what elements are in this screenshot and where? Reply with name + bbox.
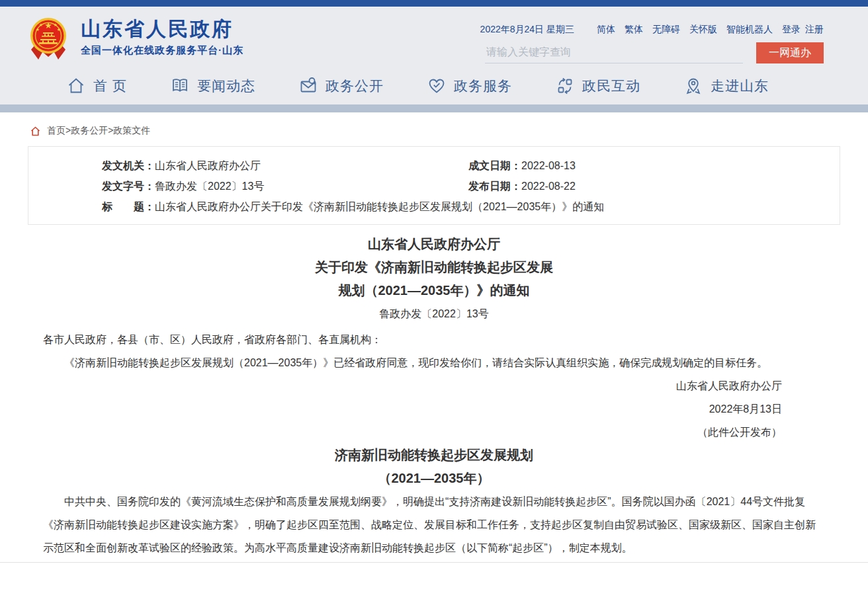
link-care-version[interactable]: 关怀版 bbox=[689, 24, 717, 36]
meta-value: 鲁政办发〔2022〕13号 bbox=[155, 176, 264, 196]
breadcrumb-path[interactable]: 首页>政务公开>政策文件 bbox=[47, 125, 150, 137]
page-bottom-divider bbox=[0, 562, 868, 566]
site-title: 山东省人民政府 bbox=[81, 19, 243, 40]
meta-value: 2022-08-13 bbox=[521, 155, 576, 176]
breadcrumb-home-icon bbox=[30, 126, 41, 137]
public-release-note: （此件公开发布） bbox=[43, 421, 782, 444]
nav-item-gov-services[interactable]: 政务服务 bbox=[427, 76, 512, 96]
document-title-line-2: 关于印发《济南新旧动能转换起步区发展 bbox=[43, 256, 825, 279]
nav-label: 政务服务 bbox=[454, 77, 512, 95]
document-title-line-3: 规划（2021—2035年）》的通知 bbox=[43, 279, 825, 302]
search-button[interactable]: 一网通办 bbox=[756, 42, 824, 63]
meta-issuing-org: 发文机关： 山东省人民政府办公厅 bbox=[102, 155, 468, 176]
nav-label: 要闻动态 bbox=[197, 77, 255, 95]
paragraph: 《济南新旧动能转换起步区发展规划（2021—2035年）》已经省政府同意，现印发… bbox=[43, 351, 825, 374]
meta-label: 成文日期： bbox=[468, 155, 521, 176]
top-utility-links: 2022年8月24日 星期三 简体 繁体 无障碍 关怀版 智能机器人 登录 注册 bbox=[480, 24, 824, 36]
site-subtitle: 全国一体化在线政务服务平台·山东 bbox=[81, 44, 243, 57]
meta-label: 发布日期： bbox=[468, 176, 521, 196]
breadcrumb: 首页>政务公开>政策文件 bbox=[0, 112, 868, 146]
meta-row: 发文字号： 鲁政办发〔2022〕13号 发布日期： 2022-08-22 bbox=[28, 176, 840, 196]
nav-label: 政务公开 bbox=[326, 77, 384, 95]
heart-icon bbox=[427, 76, 447, 96]
home-icon bbox=[66, 76, 86, 96]
meta-publish-date: 发布日期： 2022-08-22 bbox=[468, 176, 576, 196]
paragraph: 中共中央、国务院印发的《黄河流域生态保护和高质量发展规划纲要》，明确提出“支持济… bbox=[43, 490, 825, 559]
svg-text:★: ★ bbox=[44, 20, 52, 30]
sign-date: 2022年8月13日 bbox=[43, 397, 782, 421]
nav-item-news[interactable]: 要闻动态 bbox=[170, 76, 255, 96]
meta-value: 2022-08-22 bbox=[521, 176, 576, 196]
svg-text:★: ★ bbox=[39, 22, 43, 27]
nav-item-home[interactable]: 首 页 bbox=[66, 76, 127, 96]
main-navigation: 首 页 要闻动态 政务公开 政务服务 bbox=[0, 67, 868, 104]
site-header: ★ ★ ★ ★ ★ 山东省人民政府 全国一体化在线政务服务平台·山东 2022年… bbox=[0, 7, 868, 67]
nav-label: 首 页 bbox=[93, 77, 127, 95]
nav-item-about-shandong[interactable]: 走进山东 bbox=[683, 76, 769, 96]
meta-label: 标 题： bbox=[102, 196, 155, 217]
meta-row: 发文机关： 山东省人民政府办公厅 成文日期： 2022-08-13 bbox=[28, 155, 840, 176]
plan-title-line-1: 济南新旧动能转换起步区发展规划 bbox=[43, 444, 825, 467]
header-right: 2022年8月24日 星期三 简体 繁体 无障碍 关怀版 智能机器人 登录 注册… bbox=[480, 7, 824, 63]
document-number: 鲁政办发〔2022〕13号 bbox=[43, 302, 825, 325]
meta-value: 山东省人民政府办公厅关于印发《济南新旧动能转换起步区发展规划（2021—2035… bbox=[155, 196, 604, 217]
svg-text:★: ★ bbox=[57, 27, 61, 32]
svg-text:★: ★ bbox=[36, 27, 40, 32]
meta-label: 发文机关： bbox=[102, 155, 155, 176]
search-input[interactable] bbox=[485, 44, 743, 63]
nav-item-interaction[interactable]: 政民互动 bbox=[555, 76, 640, 96]
meta-written-date: 成文日期： 2022-08-13 bbox=[468, 155, 576, 176]
nav-item-gov-info[interactable]: 政务公开 bbox=[298, 76, 384, 96]
document-meta-box: 发文机关： 山东省人民政府办公厅 成文日期： 2022-08-13 发文字号： … bbox=[28, 146, 840, 225]
document-body: 山东省人民政府办公厅 关于印发《济南新旧动能转换起步区发展 规划（2021—20… bbox=[0, 225, 868, 559]
signature-block: 山东省人民政府办公厅 2022年8月13日 （此件公开发布） bbox=[43, 374, 825, 444]
link-traditional-chinese[interactable]: 繁体 bbox=[625, 24, 643, 36]
meta-label: 发文字号： bbox=[102, 176, 155, 196]
link-login[interactable]: 登录 bbox=[782, 24, 801, 36]
meta-row: 标 题： 山东省人民政府办公厅关于印发《济南新旧动能转换起步区发展规划（2021… bbox=[28, 196, 840, 217]
interaction-arrows-icon bbox=[555, 76, 575, 96]
nav-label: 走进山东 bbox=[711, 77, 769, 95]
plan-title-line-2: （2021—2035年） bbox=[43, 467, 825, 490]
link-smart-robot[interactable]: 智能机器人 bbox=[726, 24, 773, 36]
meta-title: 标 题： 山东省人民政府办公厅关于印发《济南新旧动能转换起步区发展规划（2021… bbox=[102, 196, 624, 217]
link-register[interactable]: 注册 bbox=[805, 24, 824, 36]
meta-value: 山东省人民政府办公厅 bbox=[155, 155, 261, 176]
divider-band bbox=[0, 104, 868, 112]
svg-text:★: ★ bbox=[54, 22, 58, 27]
site-brand: 山东省人民政府 全国一体化在线政务服务平台·山东 bbox=[81, 7, 243, 57]
current-date: 2022年8月24日 星期三 bbox=[480, 24, 574, 36]
meta-doc-number: 发文字号： 鲁政办发〔2022〕13号 bbox=[102, 176, 468, 196]
nav-label: 政民互动 bbox=[582, 77, 640, 95]
national-emblem: ★ ★ ★ ★ ★ bbox=[26, 15, 70, 61]
document-title-line-1: 山东省人民政府办公厅 bbox=[43, 233, 825, 256]
news-book-icon bbox=[170, 76, 190, 96]
envelope-search-icon bbox=[298, 76, 318, 96]
salutation: 各市人民政府，各县（市、区）人民政府，省政府各部门、各直属机构： bbox=[43, 328, 825, 351]
link-simplified-chinese[interactable]: 简体 bbox=[597, 24, 615, 36]
search-area: 一网通办 bbox=[485, 42, 824, 63]
link-accessibility[interactable]: 无障碍 bbox=[652, 24, 680, 36]
signer: 山东省人民政府办公厅 bbox=[43, 374, 782, 397]
top-accent-bar bbox=[0, 0, 868, 7]
map-pin-icon bbox=[683, 76, 703, 96]
